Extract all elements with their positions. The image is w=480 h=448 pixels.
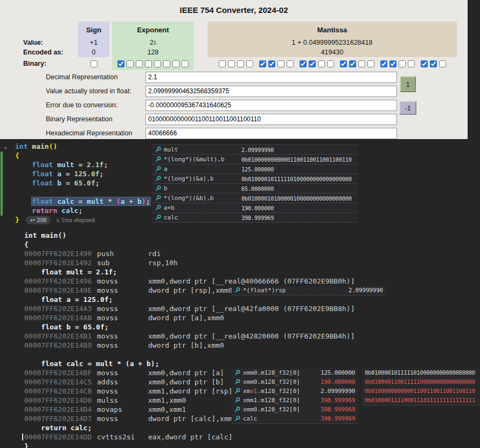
mantissa-bit-checkbox-13[interactable] <box>349 60 356 67</box>
mantissa-bit-checkbox-7[interactable] <box>287 60 294 67</box>
exponent-bit-checkbox-0[interactable] <box>117 60 124 67</box>
datatip-value[interactable]: 398.999969 <box>321 405 355 414</box>
datatip-value[interactable]: 125.000000 <box>321 368 355 377</box>
instruction-mnemonic: movss <box>97 414 148 423</box>
pinned-datatip[interactable]: xmm0.m128_f32[0]398.999969 <box>232 405 358 415</box>
watch-value[interactable]: 65.0000000 <box>241 185 274 192</box>
pin-icon[interactable] <box>234 415 241 422</box>
error-due-to-conversion-input[interactable] <box>145 100 397 111</box>
pin-icon[interactable] <box>155 214 162 221</box>
code-token: ; <box>146 197 150 205</box>
mantissa-bit-checkbox-5[interactable] <box>268 60 275 67</box>
pin-icon[interactable] <box>234 287 241 294</box>
collapse-chevron-icon[interactable]: ⌄ <box>4 142 8 151</box>
datatip-name: xmm0.m128_f32[0] <box>243 405 300 414</box>
decimal-representation-input[interactable] <box>145 72 397 83</box>
watch-row[interactable]: *(long*)(&mult),b0b010000000000011001100… <box>152 155 357 164</box>
mantissa-bit-checkbox-9[interactable] <box>309 60 316 67</box>
exponent-bit-checkbox-1[interactable] <box>127 60 134 67</box>
instruction-mnemonic: mulss <box>97 396 148 405</box>
mantissa-bit-checkbox-16[interactable] <box>380 60 387 67</box>
pin-icon[interactable] <box>155 175 162 182</box>
code-token: = <box>74 197 87 205</box>
increment-button[interactable]: 1 <box>400 76 416 92</box>
decrement-button[interactable]: -1 <box>399 101 416 115</box>
exponent-bit-checkbox-3[interactable] <box>145 60 152 67</box>
pin-icon[interactable] <box>155 156 162 163</box>
datatip-value[interactable]: 190.000000 <box>321 377 355 387</box>
datatip-value[interactable]: 2.09999990 <box>349 286 383 295</box>
mantissa-bit-checkbox-1[interactable] <box>228 60 235 67</box>
binary-datatip[interactable]: 0b01000011001111100000000000000000 <box>362 377 480 387</box>
mantissa-bit-checkbox-21[interactable] <box>430 60 437 67</box>
code-token: ; <box>78 206 82 215</box>
watch-value[interactable]: 2.09999990 <box>241 147 274 153</box>
watch-row[interactable]: calc398.999969 <box>152 213 357 223</box>
pin-icon[interactable] <box>234 369 241 376</box>
field-row: Binary Representation <box>46 112 397 126</box>
datatip-value[interactable]: 398.999969 <box>321 396 355 405</box>
exponent-bit-checkbox-6[interactable] <box>172 60 179 67</box>
mantissa-bit-checkbox-18[interactable] <box>399 60 406 67</box>
mantissa-bit-checkbox-20[interactable] <box>421 60 428 67</box>
pin-icon[interactable] <box>234 397 241 404</box>
pinned-datatip[interactable]: xmm0.m128_f32[0]125.000000 <box>232 368 358 378</box>
watch-value[interactable]: 125.000000 <box>241 166 274 173</box>
pin-icon[interactable] <box>155 146 162 153</box>
pin-icon[interactable] <box>155 204 162 211</box>
pinned-datatip[interactable]: xmm1.m128_f32[0]398.999969 <box>232 396 358 405</box>
watch-row[interactable]: b65.0000000 <box>152 184 357 194</box>
return-value-badge[interactable]: ↩ 398 <box>26 216 51 224</box>
mantissa-bit-checkbox-4[interactable] <box>259 60 266 67</box>
disasm-instruction-line: 00007FF6202E14CBmovssxmm1,dword ptr [rsp… <box>0 387 480 396</box>
watch-value[interactable]: 0b01000000000001100110011001100110 <box>241 156 352 163</box>
sign-bit-checkbox-0[interactable] <box>91 60 98 67</box>
mantissa-bit-checkbox-8[interactable] <box>300 60 307 67</box>
pin-icon[interactable] <box>155 166 162 173</box>
watch-value[interactable]: 190.000000 <box>241 205 274 211</box>
pinned-datatip[interactable]: calc398.999969 <box>232 414 358 424</box>
mantissa-bit-checkbox-19[interactable] <box>408 60 415 67</box>
value-actually-stored-in-float-input[interactable] <box>145 86 397 97</box>
mantissa-bit-checkbox-12[interactable] <box>340 60 347 67</box>
watch-row[interactable]: a+b190.000000 <box>152 203 357 213</box>
binary-datatip[interactable]: 0b01000000000001100110011001100110 <box>362 387 480 396</box>
mantissa-bit-checkbox-17[interactable] <box>389 60 396 67</box>
hexadecimal-representation-input[interactable] <box>145 128 397 139</box>
exponent-bit-checkbox-4[interactable] <box>154 60 161 67</box>
mantissa-bit-checkbox-15[interactable] <box>367 60 374 67</box>
pinned-datatip[interactable]: xmm0.m128_f32[0]190.000000 <box>232 377 358 387</box>
pinned-datatip[interactable]: xmm1.m128_f32[0]2.09999990 <box>232 387 358 396</box>
exponent-bit-checkbox-7[interactable] <box>182 60 189 67</box>
binary-datatip[interactable]: 0b01000011110001110111111111111111 <box>362 396 480 405</box>
pinned-datatip[interactable]: *(float*)rsp2.09999990 <box>232 286 387 295</box>
watch-row[interactable]: mult2.09999990 <box>152 145 357 155</box>
watch-value[interactable]: 398.999969 <box>241 215 274 221</box>
instruction-mnemonic: movss <box>97 368 148 377</box>
pin-icon[interactable] <box>234 388 241 395</box>
mantissa-bit-checkbox-22[interactable] <box>439 60 446 67</box>
binary-representation-input[interactable] <box>145 114 397 125</box>
mantissa-bit-checkbox-14[interactable] <box>358 60 365 67</box>
field-row: Hexadecimal Representation <box>46 126 397 140</box>
watch-row[interactable]: *(long*)(&b),b0b010000101000001000000000… <box>152 194 357 203</box>
pin-icon[interactable] <box>234 406 241 413</box>
mantissa-bit-checkbox-10[interactable] <box>318 60 325 67</box>
watch-row[interactable]: a125.000000 <box>152 164 357 174</box>
mantissa-bit-checkbox-3[interactable] <box>246 60 253 67</box>
pin-icon[interactable] <box>155 185 162 192</box>
mantissa-bit-checkbox-11[interactable] <box>327 60 334 67</box>
datatip-value[interactable]: 2.09999990 <box>321 387 355 396</box>
mantissa-bit-checkbox-6[interactable] <box>277 60 284 67</box>
pin-icon[interactable] <box>234 378 241 385</box>
exponent-bit-checkbox-5[interactable] <box>163 60 170 67</box>
watch-value[interactable]: 0b01000010111110100000000000000000 <box>241 176 352 182</box>
watch-value[interactable]: 0b01000010100000100000000000000000 <box>241 195 352 202</box>
mantissa-bit-checkbox-2[interactable] <box>237 60 244 67</box>
datatip-value[interactable]: 398.999969 <box>321 414 355 423</box>
mantissa-bit-checkbox-0[interactable] <box>219 60 226 67</box>
exponent-bit-checkbox-2[interactable] <box>136 60 143 67</box>
pin-icon[interactable] <box>155 195 162 202</box>
binary-datatip[interactable]: 0b01000010111110100000000000000000 <box>362 368 480 378</box>
watch-row[interactable]: *(long*)(&a),b0b010000101111101000000000… <box>152 174 357 184</box>
